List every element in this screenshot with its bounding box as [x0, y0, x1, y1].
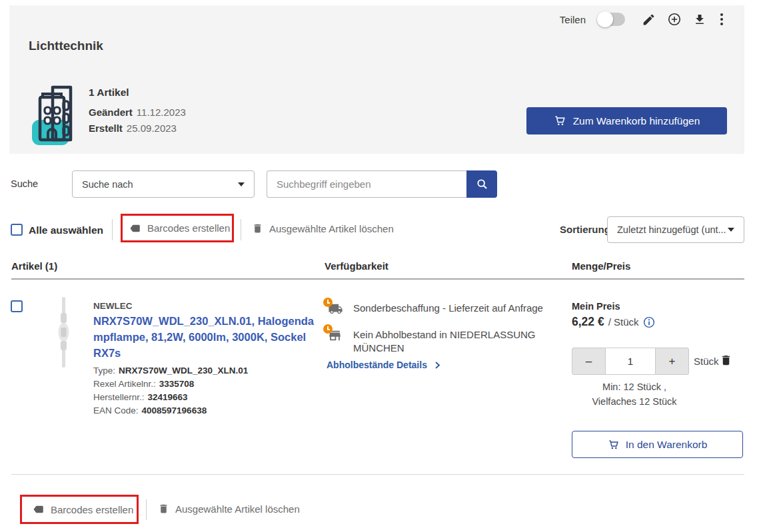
label-tag-icon [33, 503, 45, 515]
attribute-value: 3335708 [159, 379, 195, 389]
search-filter-select[interactable]: Suche nach [72, 170, 255, 198]
search-icon [476, 178, 488, 190]
row-divider [11, 474, 744, 475]
modified-label: Geändert [89, 107, 133, 118]
table-header-rule [11, 278, 744, 280]
search-filter-value: Suche nach [82, 179, 133, 190]
pickup-status-row: Kein Abholbestand in NIEDERLASSUNG MÜNCH… [327, 328, 561, 355]
attribute-label: Type: [93, 366, 115, 376]
sort-label: Sortierung [560, 224, 610, 235]
attribute-value: 4008597196638 [142, 405, 207, 415]
create-barcodes-label: Barcodes erstellen [147, 222, 230, 234]
pickup-details-link[interactable]: Abholbestände Details [327, 360, 442, 370]
toolbar-divider [241, 219, 241, 240]
chevron-right-icon [433, 361, 442, 370]
cart-icon [554, 115, 566, 127]
price-line: 6,22 € / Stück [572, 315, 655, 329]
price-unit: / Stück [608, 316, 639, 328]
more-options-icon[interactable] [718, 13, 726, 25]
delete-selected-button[interactable]: Ausgewählte Artikel löschen [252, 222, 394, 234]
pickup-status-text: Kein Abholbestand in NIEDERLASSUNG MÜNCH… [353, 328, 561, 355]
attribute-value: NRX7S70W_WDL_230_XLN.01 [119, 366, 248, 376]
delivery-status-text: Sonderbeschaffung - Lieferzeit auf Anfra… [353, 302, 543, 315]
price-value: 6,22 € [572, 315, 604, 329]
select-all-checkbox[interactable] [11, 224, 23, 236]
page-title: Lichttechnik [29, 39, 103, 53]
delivery-truck-icon [327, 302, 345, 320]
share-label: Teilen [560, 14, 586, 25]
attribute-row: EAN Code:4008597196638 [93, 404, 248, 417]
share-toggle[interactable] [598, 13, 625, 26]
article-count: 1 Artikel [89, 87, 186, 99]
modified-row: Geändert11.12.2023 [89, 105, 186, 121]
create-barcodes-label: Barcodes erstellen [51, 504, 133, 515]
quantity-input[interactable] [606, 348, 655, 375]
toolbar-divider [112, 219, 113, 240]
info-icon[interactable] [643, 316, 655, 328]
add-circle-icon[interactable] [667, 12, 682, 27]
chevron-down-icon [728, 228, 734, 232]
delete-selected-label: Ausgewählte Artikel löschen [269, 223, 394, 234]
chevron-down-icon [238, 182, 245, 186]
wishlist-page: Teilen Lichttechnik [0, 0, 775, 532]
remove-article-trash-icon[interactable] [720, 354, 732, 370]
min-quantity-line2: Vielfaches 12 Stück [574, 394, 694, 409]
product-attributes: Type:NRX7S70W_WDL_230_XLN.01 Rexel Artik… [93, 364, 248, 417]
delete-selected-label: Ausgewählte Artikel löschen [175, 503, 300, 515]
list-header-panel: Teilen Lichttechnik [9, 5, 744, 154]
header-actions: Teilen [560, 12, 726, 27]
attribute-row: Rexel Artikelnr.:3335708 [93, 378, 248, 391]
trash-icon [158, 503, 169, 515]
created-date: 25.09.2023 [127, 123, 177, 134]
sort-selected-value: Zuletzt hinzugefügt (unt... [617, 224, 726, 235]
trash-icon [252, 222, 263, 234]
toolbar-divider [146, 499, 147, 520]
add-to-cart-label: In den Warenkorb [626, 439, 708, 451]
quantity-decrease-button[interactable]: – [572, 348, 606, 375]
edit-icon[interactable] [642, 13, 656, 27]
download-icon[interactable] [693, 13, 706, 26]
min-quantity-info: Min: 12 Stück , Vielfaches 12 Stück [574, 380, 694, 409]
cart-icon [608, 439, 620, 451]
select-all-label: Alle auswählen [29, 224, 103, 236]
clock-badge-icon [323, 324, 333, 334]
add-all-to-cart-button[interactable]: Zum Warenkorb hinzufügen [526, 107, 727, 134]
my-price-label: Mein Preis [572, 301, 620, 312]
barcodes-annotation-box: Barcodes erstellen [121, 214, 234, 242]
pickup-details-label: Abholbestände Details [327, 360, 427, 370]
created-label: Erstellt [89, 123, 123, 134]
label-tag-icon [129, 222, 141, 234]
delete-selected-button-bottom[interactable]: Ausgewählte Artikel löschen [158, 503, 300, 515]
delivery-status-row: Sonderbeschaffung - Lieferzeit auf Anfra… [327, 302, 561, 320]
column-header-qty-price: Menge/Preis [572, 260, 630, 272]
barcodes-annotation-box: Barcodes erstellen [20, 495, 139, 524]
add-all-to-cart-label: Zum Warenkorb hinzufügen [573, 115, 700, 127]
share-toggle-knob[interactable] [597, 11, 613, 27]
company-list-icon [32, 84, 83, 148]
min-quantity-line1: Min: 12 Stück , [574, 380, 694, 394]
quantity-increase-button[interactable]: + [655, 348, 689, 375]
column-header-article: Artikel (1) [11, 260, 57, 272]
attribute-value: 32419663 [148, 392, 188, 402]
clock-badge-icon [323, 298, 333, 307]
created-row: Erstellt25.09.2023 [89, 121, 186, 136]
attribute-label: EAN Code: [93, 405, 139, 415]
product-title-link[interactable]: NRX7S70W_WDL_230_XLN.01, Halogendampflam… [93, 313, 316, 361]
attribute-label: Herstellernr.: [93, 392, 145, 402]
quantity-unit-label: Stück [694, 356, 719, 367]
sort-select[interactable]: Zuletzt hinzugefügt (unt... [607, 216, 744, 243]
search-button[interactable] [466, 170, 497, 198]
quantity-stepper: – + [572, 348, 689, 375]
create-barcodes-button-bottom[interactable]: Barcodes erstellen [33, 503, 133, 515]
product-brand: NEWLEC [93, 301, 133, 311]
product-checkbox[interactable] [11, 300, 23, 312]
add-to-cart-button[interactable]: In den Warenkorb [572, 431, 743, 458]
attribute-label: Rexel Artikelnr.: [93, 379, 156, 389]
branch-store-icon [327, 328, 345, 346]
create-barcodes-button[interactable]: Barcodes erstellen [129, 222, 230, 234]
modified-date: 11.12.2023 [137, 107, 186, 118]
search-input[interactable] [267, 170, 466, 198]
attribute-row: Type:NRX7S70W_WDL_230_XLN.01 [93, 364, 248, 378]
product-image[interactable] [40, 296, 88, 372]
attribute-row: Herstellernr.:32419663 [93, 391, 248, 404]
